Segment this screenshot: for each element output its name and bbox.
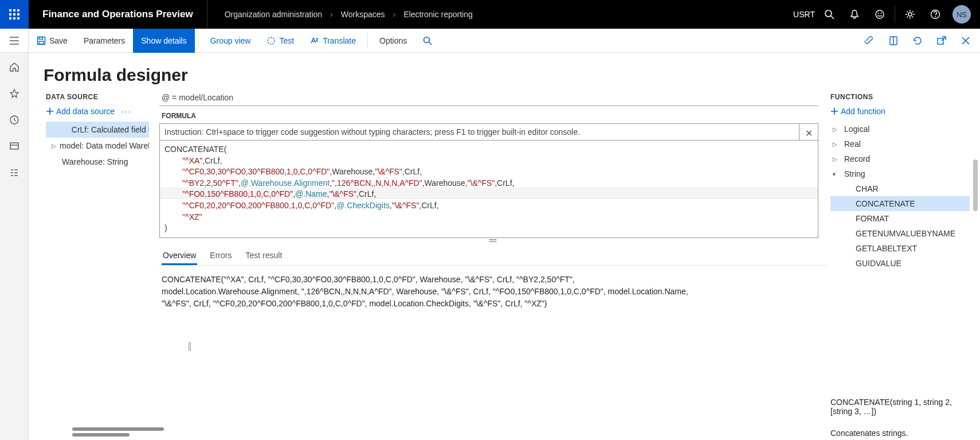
result-tab[interactable]: Errors <box>209 247 233 265</box>
group-view-button[interactable]: Group view <box>202 29 259 53</box>
popout-button[interactable] <box>932 31 951 50</box>
user-avatar[interactable]: NS <box>952 5 971 24</box>
page-options-button[interactable] <box>884 31 903 50</box>
waffle-icon <box>9 9 19 20</box>
nav-modules[interactable] <box>5 163 24 182</box>
translate-button[interactable]: Translate <box>302 29 364 53</box>
result-tabs: OverviewErrorsTest result <box>159 244 826 266</box>
group-label: String <box>844 169 865 178</box>
spacer <box>66 127 68 133</box>
notifications-button[interactable] <box>842 0 867 29</box>
svg-rect-4 <box>13 13 15 15</box>
help-button[interactable] <box>923 0 948 29</box>
show-details-button[interactable]: Show details <box>133 29 194 53</box>
code-line: "^XA",CrLf, <box>164 155 813 167</box>
function-group[interactable]: ▾String <box>830 166 970 181</box>
svg-point-13 <box>881 13 882 14</box>
nav-expand-button[interactable] <box>0 29 29 53</box>
function-item[interactable]: GETLABELTEXT <box>830 241 970 256</box>
popout-icon <box>936 36 947 46</box>
function-item[interactable]: FORMAT <box>830 211 970 226</box>
svg-rect-5 <box>17 13 19 15</box>
svg-point-12 <box>878 13 879 14</box>
function-item[interactable]: CHAR <box>830 181 970 196</box>
test-label: Test <box>279 36 294 45</box>
smile-icon <box>875 9 885 20</box>
app-launcher-button[interactable] <box>0 0 29 29</box>
action-search-button[interactable] <box>415 29 440 53</box>
code-line: "^FO0,150^FB800,1,0,C,0^FD",@.Name,"\&^F… <box>164 189 813 200</box>
svg-rect-2 <box>17 9 19 11</box>
scrollbar[interactable] <box>72 433 130 437</box>
settings-button[interactable] <box>897 0 923 29</box>
search-button[interactable] <box>817 0 842 29</box>
svg-rect-19 <box>39 41 44 44</box>
breadcrumb-item[interactable]: Electronic reporting <box>403 10 473 19</box>
star-icon <box>9 88 19 99</box>
function-item[interactable]: CONCATENATE <box>830 196 970 211</box>
svg-rect-0 <box>9 9 11 11</box>
columns: DATA SOURCE Add data source ··· CrLf: Ca… <box>29 91 980 440</box>
nav-home[interactable] <box>5 57 24 77</box>
home-icon <box>9 62 19 72</box>
feedback-button[interactable] <box>867 0 892 29</box>
nav-workspaces[interactable] <box>5 137 24 156</box>
nav-recent[interactable] <box>5 110 24 130</box>
function-item[interactable]: GETENUMVALUEBYNAME <box>830 226 970 241</box>
data-source-more-button[interactable]: ··· <box>121 107 132 116</box>
save-button[interactable]: Save <box>29 29 76 53</box>
breadcrumb-item[interactable]: Workspaces <box>341 10 385 19</box>
divider <box>198 33 199 48</box>
nav-favorites[interactable] <box>5 84 24 103</box>
refresh-button[interactable] <box>908 31 927 50</box>
data-source-header: DATA SOURCE <box>46 91 149 107</box>
result-tab[interactable]: Test result <box>244 247 283 265</box>
parameters-button[interactable]: Parameters <box>76 29 133 53</box>
code-line: "^CF0,20,20^FO0,200^FB800,1,0,C,0^FD",@.… <box>164 200 813 212</box>
data-source-actions: Add data source ··· <box>46 107 149 122</box>
scrollbar[interactable] <box>973 159 978 211</box>
function-group[interactable]: ▷Record <box>830 151 970 166</box>
add-function-label: Add function <box>841 107 885 116</box>
add-function-button[interactable]: Add function <box>830 107 885 116</box>
close-button[interactable] <box>956 31 975 50</box>
add-data-source-button[interactable]: Add data source <box>46 107 115 116</box>
data-source-node[interactable]: ▷model: Data model Warel <box>46 138 149 154</box>
code-line: ) <box>164 223 813 234</box>
chevron-right-icon: › <box>330 10 333 19</box>
column-resize-handle[interactable]: ‖ <box>187 288 193 403</box>
test-icon <box>266 36 276 45</box>
formula-editor[interactable]: CONCATENATE( "^XA",CrLf, "^CF0,30,30^FO0… <box>159 140 818 238</box>
test-button[interactable]: Test <box>258 29 302 53</box>
function-description: Concatenates strings. <box>830 418 972 440</box>
data-source-node[interactable]: Warehouse: String <box>46 154 149 170</box>
node-label: Warehouse: String <box>62 157 128 166</box>
company-selector[interactable]: USRT <box>791 0 817 29</box>
save-icon <box>37 36 46 45</box>
data-source-node[interactable]: CrLf: Calculated field = CH <box>46 122 149 138</box>
attach-button[interactable] <box>860 31 879 50</box>
top-bar: Finance and Operations Preview Organizat… <box>0 0 980 29</box>
page-icon <box>888 36 899 46</box>
svg-point-20 <box>268 37 275 44</box>
result-tab[interactable]: Overview <box>162 247 197 265</box>
divider <box>367 33 368 48</box>
svg-point-11 <box>876 10 884 18</box>
row-resize-handle[interactable]: ═ <box>159 238 826 244</box>
function-group[interactable]: ▷Logical <box>830 122 970 137</box>
translate-icon <box>310 36 319 45</box>
function-group[interactable]: ▷Real <box>830 137 970 151</box>
breadcrumb-item[interactable]: Organization administration <box>225 10 322 19</box>
options-button[interactable]: Options <box>371 29 415 53</box>
node-label: model: Data model Warel <box>60 141 149 150</box>
svg-point-9 <box>825 10 832 17</box>
scrollbar[interactable] <box>72 427 164 431</box>
overview-content: CONCATENATE("^XA", CrLf, "^CF0,30,30^FO0… <box>159 266 704 318</box>
expand-icon: ▷ <box>833 156 840 162</box>
nav-rail <box>0 53 29 440</box>
function-item[interactable]: GUIDVALUE <box>830 256 970 271</box>
svg-line-22 <box>429 42 432 45</box>
actionbar-right <box>860 31 980 50</box>
code-line: "^XZ" <box>164 212 813 223</box>
topbar-right: USRT NS <box>791 0 980 29</box>
